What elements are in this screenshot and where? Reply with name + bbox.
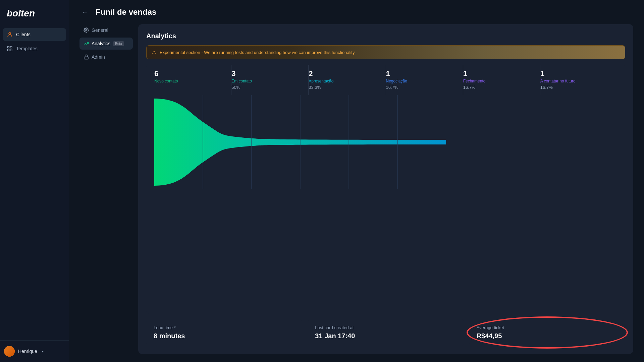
bottom-stats: Lead time * 8 minutes Last card created …	[146, 319, 625, 346]
page-title: Funil de vendas	[96, 7, 156, 17]
analytics-icon	[84, 41, 89, 46]
funnel-label-3: Negociação	[386, 79, 458, 83]
funnel-count-2: 2	[309, 70, 380, 77]
funnel-pct-2: 33.3%	[309, 85, 380, 90]
analytics-heading: Analytics	[146, 32, 625, 40]
warning-icon: ⚠	[152, 50, 156, 55]
funnel-label-5: A contatar no futuro	[540, 79, 612, 83]
funnel-label-1: Em contato	[231, 79, 303, 83]
chevron-down-icon: ▾	[42, 350, 44, 353]
funnel-pct-4: 16.7%	[463, 85, 535, 90]
nav-item-analytics[interactable]: Analytics Beta	[79, 38, 133, 50]
last-card-value: 31 Jan 17:40	[315, 332, 456, 340]
funnel-label-2: Apresentação	[309, 79, 380, 83]
right-content: Analytics ⚠ Experimental section - We ar…	[138, 24, 633, 354]
main-content: ← Funil de vendas General	[69, 0, 644, 362]
funnel-col-2: 2 Apresentação 33.3%	[309, 65, 386, 95]
warning-text: Experimental section - We are running te…	[160, 50, 355, 55]
back-arrow-icon: ←	[82, 9, 88, 16]
lead-time-label: Lead time *	[154, 325, 295, 330]
funnel-count-5: 1	[540, 70, 612, 77]
nav-analytics-label: Analytics	[92, 41, 110, 46]
sidebar-nav: Clients Templates	[0, 28, 69, 340]
funnel-col-1: 3 Em contato 50%	[231, 65, 309, 95]
funnel-pct-1: 50%	[231, 85, 303, 90]
nav-item-admin[interactable]: Admin	[79, 51, 133, 63]
avg-ticket-value: R$44,95	[477, 332, 618, 340]
username: Henrique	[18, 349, 37, 354]
funnel-col-0: 6 Novo contato	[154, 65, 231, 95]
funnel-count-4: 1	[463, 70, 535, 77]
funnel-pct-3: 16.7%	[386, 85, 458, 90]
funnel-label-4: Fechamento	[463, 79, 535, 83]
funnel-col-3: 1 Negociação 16.7%	[386, 65, 463, 95]
last-card-label: Last card created at	[315, 325, 456, 330]
svg-rect-4	[10, 49, 12, 51]
sidebar-item-clients[interactable]: Clients	[3, 28, 66, 41]
stat-last-card: Last card created at 31 Jan 17:40	[308, 319, 464, 346]
funnel-svg	[154, 95, 446, 189]
template-icon	[7, 46, 13, 52]
analytics-card: Analytics ⚠ Experimental section - We ar…	[138, 24, 633, 354]
funnel-count-1: 3	[231, 70, 303, 77]
nav-admin-label: Admin	[92, 54, 105, 60]
funnel-col-5: 1 A contatar no futuro 16.7%	[540, 65, 617, 95]
svg-point-0	[9, 33, 11, 35]
logo-area: bolten	[0, 0, 69, 28]
gear-icon	[84, 27, 89, 33]
avg-ticket-label: Average ticket	[477, 325, 618, 330]
funnel-pct-5: 16.7%	[540, 85, 612, 90]
person-icon	[7, 32, 13, 38]
sidebar-templates-label: Templates	[16, 46, 38, 51]
avatar	[4, 346, 15, 357]
sidebar-clients-label: Clients	[16, 32, 31, 37]
sidebar-item-templates[interactable]: Templates	[3, 42, 66, 55]
user-footer[interactable]: Henrique ▾	[0, 340, 69, 362]
lock-icon	[84, 54, 89, 60]
nav-item-general[interactable]: General	[79, 24, 133, 36]
back-button[interactable]: ←	[79, 7, 90, 17]
svg-rect-1	[7, 46, 9, 48]
nav-general-label: General	[92, 27, 108, 33]
svg-point-5	[86, 29, 87, 31]
svg-rect-2	[10, 46, 12, 48]
warning-banner: ⚠ Experimental section - We are running …	[146, 45, 625, 59]
funnel-headers: 6 Novo contato 3 Em contato 50% 2 Aprese…	[146, 65, 625, 95]
stat-lead-time: Lead time * 8 minutes	[146, 319, 302, 346]
svg-rect-6	[84, 57, 88, 59]
funnel-col-4: 1 Fechamento 16.7%	[463, 65, 540, 95]
funnel-svg-area[interactable]	[146, 95, 625, 314]
funnel-count-3: 1	[386, 70, 458, 77]
page-header: ← Funil de vendas	[69, 0, 644, 24]
funnel-count-0: 6	[154, 70, 226, 77]
lead-time-value: 8 minutes	[154, 332, 295, 340]
app-logo: bolten	[7, 8, 35, 18]
svg-rect-3	[7, 49, 9, 51]
beta-badge: Beta	[113, 41, 124, 46]
stat-avg-ticket: Average ticket R$44,95	[469, 319, 625, 346]
funnel-chart-container: 6 Novo contato 3 Em contato 50% 2 Aprese…	[146, 65, 625, 314]
left-panel: General Analytics Beta	[79, 24, 138, 354]
content-area: General Analytics Beta	[69, 24, 644, 362]
funnel-label-0: Novo contato	[154, 79, 226, 83]
sidebar: bolten Clients Templates	[0, 0, 69, 362]
